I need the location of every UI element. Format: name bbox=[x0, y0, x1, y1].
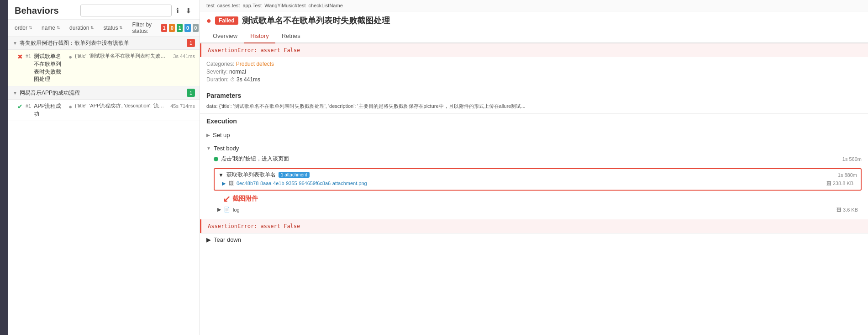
detail-panel: test_cases.test_app.Test_WangYiMusic#tes… bbox=[200, 0, 868, 335]
order-sort-arrows: ⇅ bbox=[29, 26, 32, 30]
attachment-row: ▼ 获取歌单列表歌单名 1 attachment 1s 880m bbox=[218, 171, 857, 179]
setup-label: Set up bbox=[213, 132, 230, 138]
col-name[interactable]: name ⇅ bbox=[42, 25, 60, 31]
file-size-icon: 🖼 bbox=[826, 181, 833, 186]
name-sort-arrows: ⇅ bbox=[57, 26, 60, 30]
annotation-arrow-icon: ↙ bbox=[223, 193, 231, 204]
search-input[interactable] bbox=[80, 5, 172, 16]
filter-badge-gray[interactable]: 0 bbox=[193, 24, 199, 32]
filter-status: Filter by status: 1 0 1 0 0 bbox=[132, 21, 198, 34]
col-duration[interactable]: duration ⇅ bbox=[69, 25, 94, 31]
group-2-label: 网易音乐APP的成功流程 bbox=[20, 89, 184, 97]
duration-label: Duration: bbox=[206, 76, 230, 83]
filter-badge-red[interactable]: 1 bbox=[161, 24, 167, 32]
log-item: ▶ 📄 log 🖼 3.6 KB bbox=[214, 205, 862, 214]
file-expand-arrow: ▶ bbox=[222, 181, 226, 186]
test-data-2: {'title': 'APP流程成功', 'description': '流程成… bbox=[75, 102, 168, 109]
attachment-file-item[interactable]: ▶ 🖼 0ec48b78-8aaa-4e1b-9355-964659f6c8a6… bbox=[218, 179, 857, 188]
exec-items: 点击'我的'按钮，进入该页面 1s 560m ▼ 获取歌单列表歌单名 1 att… bbox=[206, 153, 862, 216]
group-2-count: 1 bbox=[187, 89, 195, 97]
col-order[interactable]: order ⇅ bbox=[15, 25, 32, 31]
duration-row: Duration: ⏱ 3s 441ms bbox=[206, 76, 862, 83]
group-2-arrow: ▼ bbox=[13, 90, 17, 96]
attachment-group: ▼ 获取歌单列表歌单名 1 attachment 1s 880m ▶ 🖼 bbox=[214, 168, 862, 191]
test-status-success-icon: ✔ bbox=[17, 103, 23, 110]
group-header-2[interactable]: ▼ 网易音乐APP的成功流程 1 bbox=[8, 86, 200, 100]
group-1-arrow: ▼ bbox=[13, 41, 17, 46]
duration-value: 3s 441ms bbox=[237, 76, 260, 83]
tab-history[interactable]: History bbox=[244, 29, 275, 43]
test-item-1[interactable]: ✖ #1 测试歌单名不在歌单列表时失败截图处理 ● {'title': '测试歌… bbox=[8, 50, 200, 86]
detail-title: 测试歌单名不在歌单列表时失败截图处理 bbox=[242, 15, 390, 26]
failed-badge: Failed bbox=[215, 16, 238, 25]
tab-overview[interactable]: Overview bbox=[206, 29, 244, 43]
duration-sort-arrows: ⇅ bbox=[90, 26, 94, 30]
filter-badge-blue[interactable]: 0 bbox=[184, 24, 190, 32]
attachment-file-left: ▶ 🖼 0ec48b78-8aaa-4e1b-9355-964659f6c8a6… bbox=[222, 180, 367, 186]
info-section: Categories: Product defects Severity: no… bbox=[200, 57, 868, 88]
setup-group: ▶ Set up bbox=[200, 128, 868, 142]
teardown-label: Tear down bbox=[214, 236, 241, 243]
group-header-1[interactable]: ▼ 将失败用例进行截图：歌单列表中没有该歌单 1 bbox=[8, 37, 200, 50]
log-right: 🖼 3.6 KB bbox=[836, 207, 858, 213]
categories-row: Categories: Product defects bbox=[206, 61, 862, 67]
filter-label: Filter by status: bbox=[132, 21, 159, 34]
filter-badge-green[interactable]: 1 bbox=[177, 24, 183, 32]
column-headers: order ⇅ name ⇅ duration ⇅ status ⇅ Filte… bbox=[8, 20, 200, 37]
group-1-label: 将失败用例进行截图：歌单列表中没有该歌单 bbox=[20, 39, 184, 47]
failed-circle-icon: ● bbox=[206, 16, 211, 26]
test-body-header[interactable]: ▼ Test body bbox=[206, 144, 862, 153]
execution-title: Execution bbox=[200, 114, 868, 127]
duration-clock-icon: ⏱ bbox=[230, 77, 237, 82]
test-status-error-icon: ✖ bbox=[17, 53, 23, 60]
detail-title-row: ● Failed 测试歌单名不在歌单列表时失败截图处理 bbox=[200, 11, 868, 29]
attachment-header[interactable]: ▼ 获取歌单列表歌单名 1 attachment bbox=[218, 171, 310, 179]
exec-item-1-duration: 1s 560m bbox=[842, 156, 862, 162]
teardown-arrow: ▶ bbox=[206, 236, 211, 243]
test-duration-1: 3s 441ms bbox=[173, 53, 195, 59]
log-size-icon: 🖼 bbox=[836, 207, 843, 213]
severity-label: Severity: bbox=[206, 69, 229, 75]
test-dot-2: ● bbox=[68, 103, 72, 110]
error-box-bottom: AssertionError: assert False bbox=[200, 219, 868, 233]
test-num-2: #1 bbox=[26, 103, 31, 109]
categories-value: Product defects bbox=[236, 61, 274, 67]
behaviors-toolbar: ℹ ⬇ bbox=[80, 5, 193, 16]
test-body-group: ▼ Test body 点击'我的'按钮，进入该页面 1s 560m bbox=[200, 142, 868, 218]
test-body-arrow: ▼ bbox=[206, 146, 211, 151]
attachment-label: 获取歌单列表歌单名 bbox=[226, 171, 276, 179]
test-body-label: Test body bbox=[214, 145, 239, 152]
info-icon-button[interactable]: ℹ bbox=[174, 5, 181, 16]
test-dot-1: ● bbox=[68, 53, 72, 60]
detail-path: test_cases.test_app.Test_WangYiMusic#tes… bbox=[200, 0, 868, 11]
test-data-1: {'title': '测试歌单名不在歌单列表时失败截图处理', 'descrip… bbox=[75, 53, 170, 59]
attachment-badge: 1 attachment bbox=[279, 172, 310, 178]
log-left: ▶ 📄 log bbox=[217, 207, 240, 213]
params-data: data: {'title': '测试歌单名不在歌单列表时失败截图处理', 'd… bbox=[200, 101, 868, 114]
tab-retries[interactable]: Retries bbox=[275, 29, 307, 43]
sidebar-stub bbox=[0, 0, 8, 335]
filter-badge-orange[interactable]: 0 bbox=[169, 24, 175, 32]
col-status[interactable]: status ⇅ bbox=[103, 25, 123, 31]
test-duration-2: 45s 714ms bbox=[170, 103, 195, 109]
exec-item-1-left: 点击'我的'按钮，进入该页面 bbox=[214, 155, 289, 163]
attachment-container: ▼ 获取歌单列表歌单名 1 attachment 1s 880m ▶ 🖼 bbox=[214, 165, 862, 216]
behaviors-header: Behaviors ℹ ⬇ bbox=[8, 0, 200, 20]
test-item-2[interactable]: ✔ #1 APP流程成功 ● {'title': 'APP流程成功', 'des… bbox=[8, 100, 200, 121]
log-expand-arrow[interactable]: ▶ bbox=[217, 207, 221, 213]
behaviors-panel: Behaviors ℹ ⬇ order ⇅ name ⇅ duration ⇅ … bbox=[8, 0, 200, 335]
exec-item-1: 点击'我的'按钮，进入该页面 1s 560m bbox=[214, 153, 862, 165]
test-num-1: #1 bbox=[26, 53, 31, 59]
setup-arrow: ▶ bbox=[206, 133, 210, 138]
behaviors-title: Behaviors bbox=[15, 5, 59, 16]
annotation: ↙ 截图附件 bbox=[214, 192, 862, 205]
file-icon: 🖼 bbox=[228, 180, 234, 186]
teardown-header[interactable]: ▶ Tear down bbox=[200, 233, 868, 246]
categories-label: Categories: bbox=[206, 61, 236, 67]
setup-header[interactable]: ▶ Set up bbox=[206, 130, 862, 140]
download-icon-button[interactable]: ⬇ bbox=[184, 5, 193, 16]
log-size: 3.6 KB bbox=[843, 207, 858, 213]
attachment-size: 🖼 238.8 KB bbox=[826, 181, 853, 186]
attachment-arrow: ▼ bbox=[218, 172, 224, 178]
exec-item-1-label: 点击'我的'按钮，进入该页面 bbox=[221, 155, 289, 163]
